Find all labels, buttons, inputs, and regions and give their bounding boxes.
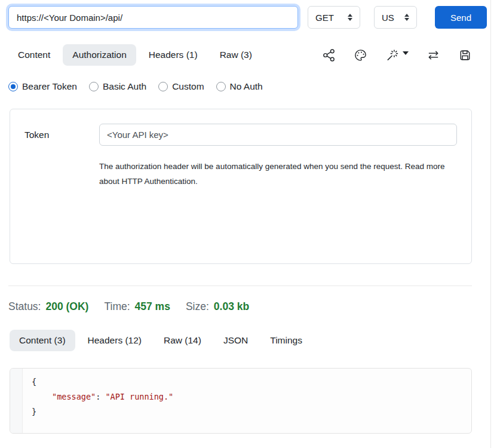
radio-selected-icon [8,82,18,91]
request-toolbar [322,48,472,62]
save-icon[interactable] [458,48,472,62]
resp-tab-content[interactable]: Content (3) [10,330,75,351]
resp-tab-raw[interactable]: Raw (14) [154,330,211,351]
region-select-value: US [382,13,394,23]
radio-label: Custom [172,81,204,92]
tab-content[interactable]: Content [8,44,60,66]
authorization-panel: Token The authorization header will be a… [10,109,472,264]
share-icon[interactable] [322,48,336,62]
token-help-line2: about HTTP Authentication. [99,174,457,189]
request-tabs: Content Authorization Headers (1) Raw (3… [8,44,472,66]
tab-authorization[interactable]: Authorization [63,44,136,66]
api-tester-page: GET US Send Content Authorization Header… [0,0,500,448]
send-button[interactable]: Send [435,6,487,29]
token-help-line1: The authorization header will be automat… [99,159,457,174]
tab-raw[interactable]: Raw (3) [210,44,262,66]
swap-arrows-icon[interactable] [427,48,440,62]
resp-tab-json[interactable]: JSON [214,330,257,351]
resp-tab-headers[interactable]: Headers (12) [78,330,151,351]
status-label: Status: [8,300,41,313]
response-status-row: Status: 200 (OK) Time: 457 ms Size: 0.03… [8,300,500,313]
method-select[interactable]: GET [308,6,360,29]
token-label: Token [24,130,99,140]
radio-basic-auth[interactable]: Basic Auth [89,81,146,92]
magic-wand-icon[interactable] [385,48,409,62]
size-label: Size: [186,300,209,313]
token-help-text: The authorization header will be automat… [99,159,457,189]
method-select-value: GET [315,13,334,23]
radio-label: Basic Auth [103,81,146,92]
radio-custom[interactable]: Custom [158,81,204,92]
region-select[interactable]: US [374,6,417,29]
token-input[interactable] [99,124,457,146]
radio-unselected-icon [158,82,168,91]
code-gutter [10,369,23,433]
section-divider [8,286,472,286]
time-label: Time: [104,300,130,313]
response-tabs: Content (3) Headers (12) Raw (14) JSON T… [10,330,472,351]
radio-unselected-icon [216,82,226,91]
json-close-brace: } [32,407,36,416]
chevron-down-icon [403,51,409,55]
tab-headers[interactable]: Headers (1) [139,44,207,66]
json-colon: : [96,392,105,401]
status-value: 200 (OK) [45,300,88,313]
json-value: "API running." [105,392,173,401]
request-bar: GET US Send [0,0,500,29]
token-row: Token [24,124,457,146]
radio-unselected-icon [89,82,99,91]
updown-arrows-icon [404,14,409,21]
size-value: 0.03 kb [214,300,249,313]
page-scrollbar[interactable] [490,0,491,448]
url-input[interactable] [8,6,298,29]
palette-icon[interactable] [354,48,367,62]
radio-bearer-token[interactable]: Bearer Token [8,81,77,92]
json-key: "message" [52,392,96,401]
response-body-code[interactable]: { "message": "API running." } [10,368,472,434]
radio-label: Bearer Token [22,81,77,92]
auth-type-options: Bearer Token Basic Auth Custom No Auth [8,81,500,92]
updown-arrows-icon [348,14,352,21]
json-response: { "message": "API running." } [23,369,471,425]
radio-no-auth[interactable]: No Auth [216,81,263,92]
resp-tab-timings[interactable]: Timings [260,330,312,351]
json-open-brace: { [32,377,36,386]
time-value: 457 ms [135,300,170,313]
radio-label: No Auth [230,81,263,92]
